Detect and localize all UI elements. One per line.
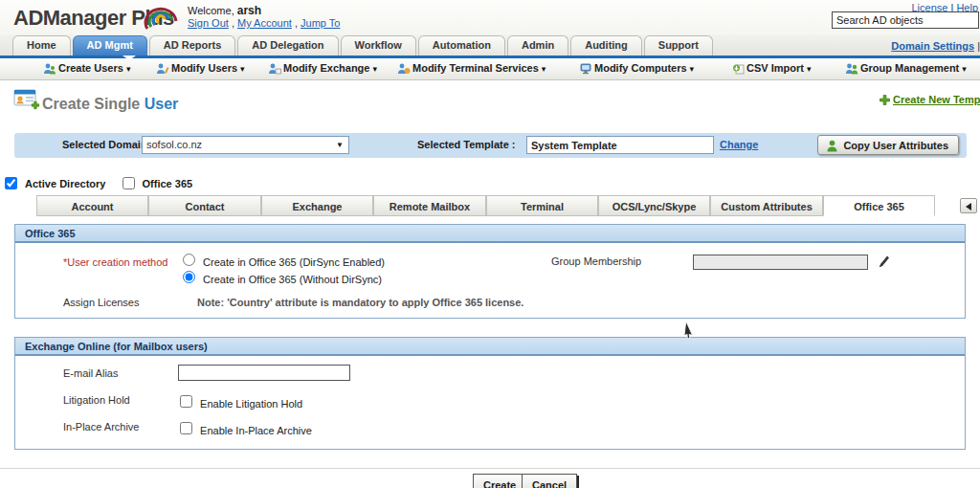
radio-dirsync-enabled[interactable]: [183, 254, 195, 266]
my-account-link[interactable]: My Account: [237, 17, 292, 29]
litigation-hold-label: Litigation Hold: [63, 394, 130, 406]
in-place-archive-label: In-Place Archive: [63, 421, 139, 433]
cancel-button[interactable]: Cancel: [522, 474, 577, 488]
tab-account[interactable]: Account: [36, 195, 148, 216]
selected-domain-select[interactable]: sofsol.co.nz ▼: [142, 136, 349, 154]
active-directory-label[interactable]: Active Directory: [25, 178, 105, 189]
search-ad-objects-input[interactable]: [832, 11, 979, 29]
tab-office-365[interactable]: Office 365: [823, 195, 935, 216]
page-title-prefix: Create Single: [42, 96, 140, 112]
toolbar-modify-users[interactable]: Modify Users▾: [156, 62, 245, 78]
in-place-archive-row: Enable In-Place Archive: [180, 422, 312, 436]
office-365-checkbox[interactable]: [122, 177, 135, 189]
nav-tab-ad-reports[interactable]: AD Reports: [149, 35, 236, 55]
toolbar-label: Modify Exchange: [283, 62, 369, 74]
tab-contact[interactable]: Contact: [148, 195, 261, 216]
create-button[interactable]: Create: [473, 474, 526, 488]
chevron-down-icon: ▾: [542, 64, 546, 74]
create-new-template-wrap: Create New Temp: [880, 94, 980, 105]
nav-tab-support[interactable]: Support: [644, 35, 713, 55]
selected-template-input[interactable]: [526, 136, 714, 154]
copy-user-attributes-label: Copy User Attributes: [843, 140, 948, 151]
toolbar-label: CSV Import: [746, 62, 804, 74]
username: arsh: [237, 4, 261, 17]
sign-out-link[interactable]: Sign Out: [188, 17, 229, 29]
assign-licenses-label: Assign Licenses: [63, 297, 140, 308]
toolbar-create-users[interactable]: Create Users▾: [43, 62, 130, 78]
tab-ocs-lync-skype[interactable]: OCS/Lync/Skype: [598, 195, 710, 216]
user-creation-method-label: *User creation method: [63, 256, 167, 268]
pencil-icon[interactable]: [877, 255, 890, 268]
link-separator: ,: [232, 17, 234, 29]
chevron-down-icon: ▾: [240, 64, 245, 74]
create-new-template-link[interactable]: Create New Temp: [893, 94, 980, 105]
welcome-prefix: Welcome,: [188, 5, 234, 16]
change-template-link[interactable]: Change: [720, 139, 758, 150]
domain-template-bar: Selected Domain: sofsol.co.nz ▼ Selected…: [14, 133, 967, 158]
active-directory-checkbox[interactable]: [5, 177, 17, 189]
exchange-online-section-header: Exchange Online (for Mailbox users): [15, 338, 965, 356]
domain-settings-link[interactable]: Domain Settings: [891, 40, 974, 52]
create-user-icon: [13, 88, 42, 113]
computer-icon: [579, 63, 592, 75]
enable-litigation-hold-label[interactable]: Enable Litigation Hold: [200, 398, 302, 410]
jump-to-link[interactable]: Jump To: [301, 17, 340, 29]
enable-in-place-archive-label[interactable]: Enable In-Place Archive: [200, 425, 312, 436]
nav-tab-auditing[interactable]: Auditing: [570, 35, 642, 55]
nav-tab-ad-mgmt[interactable]: AD Mgmt: [73, 35, 147, 55]
exchange-online-section: Exchange Online (for Mailbox users) E-ma…: [14, 337, 966, 450]
user-exchange-icon: [268, 63, 281, 75]
radio-dirsync-enabled-label[interactable]: Create in Office 365 (DirSync Enabled): [203, 256, 385, 268]
tab-exchange[interactable]: Exchange: [261, 195, 373, 216]
selected-domain-value: sofsol.co.nz: [146, 139, 202, 150]
toolbar-csv-import[interactable]: CSV Import▾: [732, 62, 811, 78]
selected-template-label: Selected Template :: [417, 139, 516, 150]
radio-without-dirsync-row: Create in Office 365 (Without DirSync): [183, 271, 382, 285]
office-365-label[interactable]: Office 365: [143, 178, 193, 189]
csv-import-icon: [732, 63, 745, 75]
chevron-down-icon: ▾: [962, 64, 967, 74]
copy-user-attributes-button[interactable]: Copy User Attributes: [817, 135, 959, 155]
welcome-text: Welcome, arsh: [188, 4, 261, 17]
user-edit-icon: [156, 63, 169, 75]
enable-litigation-hold-checkbox[interactable]: [180, 395, 192, 408]
enable-in-place-archive-checkbox[interactable]: [180, 422, 192, 434]
chevron-down-icon: ▾: [807, 64, 812, 74]
mouse-cursor: [681, 322, 697, 339]
dropdown-arrow-icon: ▼: [336, 141, 344, 149]
arrow-left-icon: [966, 203, 971, 211]
toolbar-modify-exchange[interactable]: Modify Exchange▾: [268, 62, 377, 78]
active-tab-notch: [122, 55, 136, 60]
toolbar-label: Modify Users: [171, 62, 237, 74]
toolbar-group-management[interactable]: Group Management▾: [845, 62, 967, 78]
litigation-hold-row: Enable Litigation Hold: [180, 395, 302, 410]
tab-remote-mailbox[interactable]: Remote Mailbox: [373, 195, 486, 216]
country-note: Note: 'Country' attribute is mandatory t…: [197, 297, 523, 308]
group-membership-input[interactable]: [693, 255, 868, 270]
page-title: Create Single User: [42, 96, 178, 113]
logo-swoosh-icon: [142, 0, 180, 33]
tab-custom-attributes[interactable]: Custom Attributes: [710, 195, 823, 216]
radio-without-dirsync[interactable]: [183, 271, 195, 283]
chevron-down-icon: ▾: [690, 64, 695, 74]
page-title-highlight: User: [145, 96, 179, 112]
plus-icon: [880, 95, 890, 105]
nav-tab-home[interactable]: Home: [12, 35, 71, 55]
page-title-row: Create Single User Create New Temp: [0, 84, 980, 122]
tab-terminal[interactable]: Terminal: [486, 195, 598, 216]
radio-without-dirsync-label[interactable]: Create in Office 365 (Without DirSync): [203, 274, 382, 285]
toolbar-modify-computers[interactable]: Modify Computers▾: [579, 62, 694, 78]
tab-scroll-left-button[interactable]: [960, 198, 977, 213]
group-icon: [845, 63, 858, 75]
users-icon: [43, 63, 56, 75]
nav-tab-automation[interactable]: Automation: [418, 35, 505, 55]
nav-tab-workflow[interactable]: Workflow: [341, 35, 416, 55]
toolbar-modify-terminal-services[interactable]: Modify Terminal Services▾: [397, 62, 546, 78]
form-tab-strip: Account Contact Exchange Remote Mailbox …: [0, 195, 980, 216]
toolbar-label: Create Users: [58, 62, 123, 74]
chevron-down-icon: ▾: [126, 64, 131, 74]
email-alias-input[interactable]: [178, 365, 350, 381]
domain-settings-wrap: Domain Settings |: [891, 40, 980, 52]
nav-tab-ad-delegation[interactable]: AD Delegation: [237, 35, 338, 55]
nav-tab-admin[interactable]: Admin: [507, 35, 568, 55]
